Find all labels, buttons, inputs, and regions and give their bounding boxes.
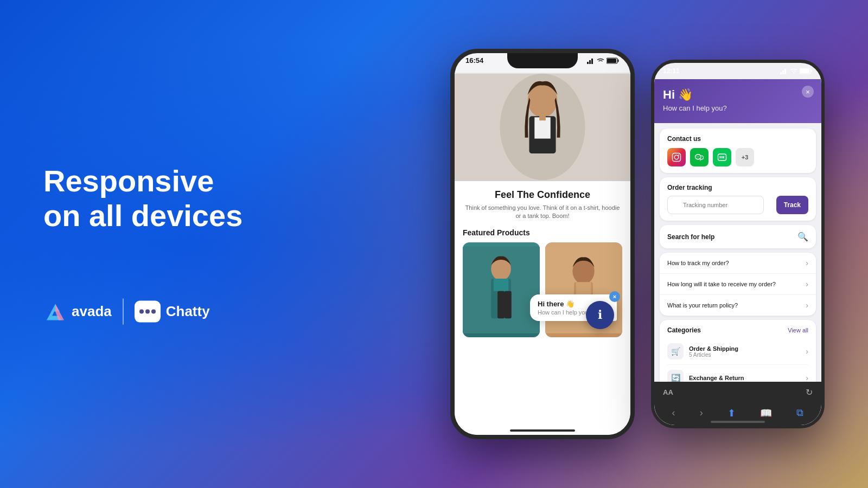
browser-share-icon[interactable]: ⬆ (727, 407, 736, 419)
order-tracking-title: Order tracking (667, 184, 808, 191)
svg-rect-13 (539, 115, 546, 120)
product-grid: × Hi there 👋 How can I help you? ℹ (463, 242, 622, 337)
chat-bubble-close-btn[interactable]: × (609, 291, 620, 302)
categories-title: Categories (667, 326, 701, 334)
svg-rect-6 (618, 59, 619, 62)
chat-close-button[interactable]: × (802, 86, 814, 98)
browser-forward-icon[interactable]: › (700, 407, 703, 419)
svg-point-33 (678, 155, 679, 156)
wechat-icon[interactable] (690, 148, 709, 166)
phones-section: 16:54 (450, 49, 825, 439)
search-help-icon: 🔍 (797, 232, 808, 242)
browser-aa-label[interactable]: AA (663, 388, 673, 396)
product-title: Feel The Confidence (463, 189, 622, 201)
chatty-dot-2 (145, 309, 150, 313)
chat-body: Contact us +3 (654, 123, 821, 425)
main-heading: Responsive on all devices (43, 164, 242, 234)
svg-rect-25 (782, 70, 784, 74)
svg-rect-7 (607, 59, 616, 63)
browser-back-icon[interactable]: ‹ (672, 407, 675, 419)
faq-item-2[interactable]: How long will it take to receive my orde… (660, 274, 816, 295)
hero-model-illustration (455, 73, 630, 181)
category-name-1: Order & Shipping (689, 345, 738, 352)
category-chevron-2: › (806, 374, 808, 382)
chat-fab-button[interactable]: ℹ (586, 301, 614, 329)
phone-chat-status-bar: 12:11 (663, 67, 813, 75)
svg-rect-29 (811, 70, 812, 73)
signal-icon (587, 57, 595, 64)
chatty-dot-1 (139, 309, 144, 313)
wifi-icon (597, 57, 604, 64)
svg-point-32 (674, 155, 679, 159)
contact-us-title: Contact us (667, 135, 808, 143)
chevron-icon-2: › (806, 280, 808, 288)
categories-header: Categories View all (667, 326, 808, 334)
order-shipping-icon: 🛒 (667, 343, 684, 359)
tracking-input-row: 🔍 Track (667, 196, 808, 214)
browser-tabs-icon[interactable]: ⧉ (796, 407, 803, 419)
home-indicator-1 (510, 429, 575, 432)
category-left-1: 🛒 Order & Shipping 5 Articles (667, 343, 738, 359)
browser-refresh-icon[interactable]: ↻ (806, 387, 813, 397)
browser-bookmarks-icon[interactable]: 📖 (760, 407, 772, 419)
svg-rect-2 (587, 62, 589, 64)
browser-action-icons: ↻ (806, 387, 813, 397)
svg-point-34 (695, 155, 701, 159)
chevron-icon-1: › (806, 259, 808, 267)
svg-point-27 (793, 72, 795, 74)
product-image-1 (463, 242, 540, 337)
tracking-number-input[interactable] (667, 196, 764, 214)
phone-time-2: 12:11 (663, 67, 680, 75)
svg-rect-31 (673, 153, 681, 162)
chatty-bubble-icon (135, 300, 161, 322)
avada-label: avada (72, 303, 112, 320)
svg-rect-26 (784, 69, 786, 74)
phone-chat: 12:11 (651, 60, 825, 428)
search-for-help-card[interactable]: Search for help 🔍 (660, 225, 816, 248)
category-info-2: Exchange & Return (689, 375, 744, 381)
line-icon[interactable] (713, 148, 731, 166)
view-all-link[interactable]: View all (788, 327, 808, 333)
category-chevron-1: › (806, 347, 808, 356)
phone-time-1: 16:54 (465, 56, 483, 65)
contact-us-card: Contact us +3 (660, 129, 816, 173)
phone-status-icons-2 (780, 68, 813, 74)
wifi-icon-2 (790, 68, 797, 74)
chat-header: × Hi 👋 How can I help you? (654, 79, 821, 123)
more-social-icon[interactable]: +3 (736, 148, 754, 166)
phone-status-icons-1 (587, 57, 620, 64)
product-section: Feel The Confidence Think of something y… (455, 181, 630, 345)
phone-ecommerce-content: Feel The Confidence Think of something y… (455, 73, 630, 435)
social-icons-row: +3 (667, 148, 808, 166)
svg-rect-18 (497, 291, 505, 318)
faq-item-3[interactable]: What is your return policy? › (660, 295, 816, 316)
chat-subgreeting: How can I help you? (663, 104, 813, 112)
svg-point-36 (699, 157, 700, 158)
chatty-logo: Chatty (135, 300, 210, 322)
faq-item-1[interactable]: How to track my order? › (660, 253, 816, 274)
category-item-1[interactable]: 🛒 Order & Shipping 5 Articles › (667, 338, 808, 365)
svg-rect-19 (505, 291, 512, 318)
product-card-1[interactable] (463, 242, 540, 337)
avada-icon (43, 299, 67, 323)
order-tracking-card: Order tracking 🔍 Track (660, 177, 816, 221)
chat-ui: × Hi 👋 How can I help you? Contact us (654, 79, 821, 425)
home-indicator-2 (711, 421, 765, 423)
chatty-dot-3 (151, 309, 156, 313)
tracking-input-wrapper: 🔍 (667, 196, 773, 214)
category-count-1: 5 Articles (689, 352, 738, 358)
faq-question-2: How long will it take to receive my orde… (667, 281, 776, 287)
phone-status-bar-1: 16:54 (465, 56, 620, 65)
featured-heading: Featured Products (463, 228, 622, 237)
battery-icon-2 (800, 68, 813, 74)
instagram-icon[interactable] (667, 148, 686, 166)
svg-rect-17 (494, 279, 508, 291)
phone-ecommerce: 16:54 (450, 49, 635, 439)
chevron-icon-3: › (806, 301, 808, 310)
faq-card: How to track my order? › How long will i… (660, 253, 816, 316)
battery-icon (607, 57, 620, 64)
chatty-label: Chatty (166, 303, 210, 320)
chat-greeting: Hi 👋 (663, 88, 813, 102)
svg-point-35 (697, 157, 698, 158)
track-button[interactable]: Track (776, 196, 808, 214)
